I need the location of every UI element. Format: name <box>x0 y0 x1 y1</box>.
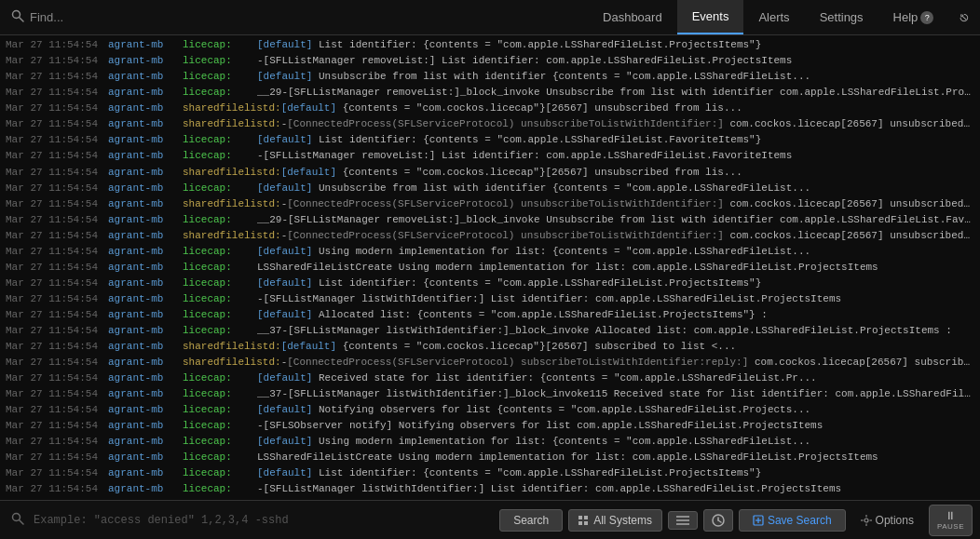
log-process: licecap: <box>183 69 257 85</box>
log-row: Mar 27 11:54:54 agrant-mb licecap: [defa… <box>0 434 980 450</box>
logout-icon[interactable]: ⎋ <box>948 0 980 34</box>
log-timestamp: Mar 27 11:54:54 <box>6 386 108 402</box>
log-row: Mar 27 11:54:54 agrant-mb licecap: [defa… <box>0 402 980 418</box>
pause-label: PAUSE <box>937 522 964 531</box>
log-process: licecap: <box>183 386 257 402</box>
log-row: Mar 27 11:54:54 agrant-mb licecap: LSSha… <box>0 260 980 276</box>
search-input[interactable] <box>34 514 494 527</box>
log-user: agrant-mb <box>108 132 183 148</box>
nav-settings[interactable]: Settings <box>805 0 878 34</box>
log-user: agrant-mb <box>108 291 183 307</box>
log-row: Mar 27 11:54:54 agrant-mb licecap: [defa… <box>0 244 980 260</box>
log-user: agrant-mb <box>108 116 183 132</box>
log-timestamp: Mar 27 11:54:54 <box>6 116 108 132</box>
log-user: agrant-mb <box>108 450 183 465</box>
log-process: licecap: <box>183 418 257 434</box>
log-user: agrant-mb <box>108 181 183 196</box>
save-search-button[interactable]: Save Search <box>739 509 846 532</box>
log-user: agrant-mb <box>108 165 183 181</box>
log-process: sharedfilelistd: <box>183 228 281 244</box>
log-user: agrant-mb <box>108 386 183 402</box>
log-message: [default] List identifier: {contents = "… <box>257 37 761 53</box>
options-button[interactable]: Options <box>851 510 923 531</box>
log-process: licecap: <box>183 244 257 260</box>
log-timestamp: Mar 27 11:54:54 <box>6 276 108 291</box>
log-process: licecap: <box>183 181 257 196</box>
search-button[interactable]: Search <box>499 509 563 532</box>
log-message: -[SFLListManager removeList:] List ident… <box>257 148 792 164</box>
log-message: -[SFLListManager removeList:] List ident… <box>257 53 792 69</box>
log-message: [default] Unsubscribe from list with ide… <box>257 181 810 196</box>
log-timestamp: Mar 27 11:54:54 <box>6 212 108 228</box>
log-row: Mar 27 11:54:54 agrant-mb licecap: __37-… <box>0 386 980 402</box>
log-timestamp: Mar 27 11:54:54 <box>6 85 108 101</box>
log-row: Mar 27 11:54:54 agrant-mb licecap: __29-… <box>0 212 980 228</box>
pause-button[interactable]: ⏸ PAUSE <box>929 505 973 536</box>
save-search-label: Save Search <box>768 514 832 527</box>
log-row: Mar 27 11:54:54 agrant-mb licecap: -[SFL… <box>0 481 980 497</box>
log-user: agrant-mb <box>108 371 183 386</box>
log-user: agrant-mb <box>108 402 183 418</box>
find-label: Find... <box>30 10 63 24</box>
log-message: [default] {contents = "com.cockos.liceca… <box>281 101 742 116</box>
log-process: licecap: <box>183 481 257 497</box>
log-process: sharedfilelistd: <box>183 101 281 116</box>
log-timestamp: Mar 27 11:54:54 <box>6 465 108 481</box>
options-label: Options <box>876 514 914 527</box>
log-row: Mar 27 11:54:54 agrant-mb licecap: __29-… <box>0 85 980 101</box>
svg-point-13 <box>864 519 868 522</box>
log-process: licecap: <box>183 291 257 307</box>
all-systems-button[interactable]: All Systems <box>568 509 662 532</box>
all-systems-label: All Systems <box>593 514 652 527</box>
log-process: sharedfilelistd: <box>183 116 281 132</box>
log-timestamp: Mar 27 11:54:54 <box>6 307 108 323</box>
log-timestamp: Mar 27 11:54:54 <box>6 181 108 196</box>
log-timestamp: Mar 27 11:54:54 <box>6 165 108 181</box>
log-message: [default] Using modern implementation fo… <box>257 244 810 260</box>
log-message: -[SFLListManager listWithIdentifier:] Li… <box>257 291 841 307</box>
log-row: Mar 27 11:54:54 agrant-mb licecap: [defa… <box>0 307 980 323</box>
log-user: agrant-mb <box>108 465 183 481</box>
log-process: sharedfilelistd: <box>183 196 281 212</box>
log-area[interactable]: Mar 27 11:54:54 agrant-mb licecap: -[SFL… <box>0 35 980 500</box>
nav-help[interactable]: Help ? <box>878 0 949 34</box>
log-message: -[ConnectedProcess(SFLServiceProtocol) s… <box>281 355 974 371</box>
log-timestamp: Mar 27 11:54:54 <box>6 291 108 307</box>
log-process: licecap: <box>183 132 257 148</box>
log-row: Mar 27 11:54:54 agrant-mb sharedfilelist… <box>0 355 980 371</box>
log-process: sharedfilelistd: <box>183 355 281 371</box>
log-message: -[ConnectedProcess(SFLServiceProtocol) u… <box>281 196 974 212</box>
log-timestamp: Mar 27 11:54:54 <box>6 355 108 371</box>
log-message: [default] Allocated list: {contents = "c… <box>257 307 768 323</box>
log-timestamp: Mar 27 11:54:54 <box>6 53 108 69</box>
nav-alerts[interactable]: Alerts <box>743 0 804 34</box>
list-view-button[interactable] <box>668 511 698 530</box>
log-row: Mar 27 11:54:54 agrant-mb licecap: [defa… <box>0 37 980 53</box>
log-message: [default] {contents = "com.cockos.liceca… <box>281 165 742 181</box>
log-row: Mar 27 11:54:54 agrant-mb licecap: [defa… <box>0 276 980 291</box>
log-row: Mar 27 11:54:54 agrant-mb licecap: [defa… <box>0 132 980 148</box>
log-process: licecap: <box>183 307 257 323</box>
log-user: agrant-mb <box>108 355 183 371</box>
log-user: agrant-mb <box>108 307 183 323</box>
log-row: Mar 27 11:54:54 agrant-mb licecap: -[SFL… <box>0 418 980 434</box>
log-timestamp: Mar 27 11:54:54 <box>6 244 108 260</box>
log-user: agrant-mb <box>108 339 183 355</box>
nav-dashboard[interactable]: Dashboard <box>588 0 677 34</box>
log-timestamp: Mar 27 11:54:54 <box>6 101 108 116</box>
log-user: agrant-mb <box>108 196 183 212</box>
global-search-area[interactable]: Find... <box>0 9 186 25</box>
log-user: agrant-mb <box>108 85 183 101</box>
nav-events[interactable]: Events <box>677 0 744 34</box>
log-process: licecap: <box>183 371 257 386</box>
help-text: Help <box>893 10 919 24</box>
help-circle-icon: ? <box>920 11 933 24</box>
log-process: sharedfilelistd: <box>183 339 281 355</box>
log-message: -[ConnectedProcess(SFLServiceProtocol) u… <box>281 116 974 132</box>
log-row: Mar 27 11:54:54 agrant-mb licecap: -[SFL… <box>0 291 980 307</box>
clock-button[interactable] <box>703 509 733 532</box>
log-message: [default] Unsubscribe from list with ide… <box>257 69 810 85</box>
log-user: agrant-mb <box>108 228 183 244</box>
log-message: LSSharedFileListCreate Using modern impl… <box>257 450 878 465</box>
log-row: Mar 27 11:54:54 agrant-mb licecap: __37-… <box>0 323 980 339</box>
